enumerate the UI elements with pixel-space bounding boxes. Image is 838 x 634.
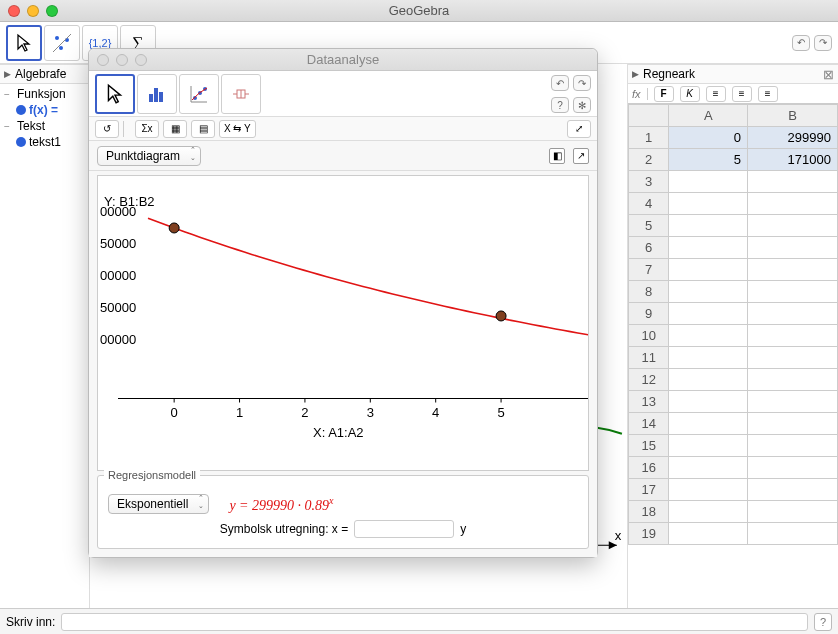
symbolic-x-input[interactable] xyxy=(354,520,454,538)
cell[interactable] xyxy=(748,303,838,325)
cell[interactable] xyxy=(669,259,748,281)
cell[interactable] xyxy=(748,413,838,435)
da-settings-button[interactable]: ✻ xyxy=(573,97,591,113)
cell[interactable] xyxy=(748,215,838,237)
table-row[interactable]: 17 xyxy=(629,479,838,501)
row-header[interactable]: 17 xyxy=(629,479,669,501)
table-row[interactable]: 13 xyxy=(629,391,838,413)
row-header[interactable]: 14 xyxy=(629,413,669,435)
cell[interactable] xyxy=(748,369,838,391)
table-row[interactable]: 7 xyxy=(629,259,838,281)
row-header[interactable]: 8 xyxy=(629,281,669,303)
da-tool-histogram[interactable] xyxy=(137,74,177,114)
row-header[interactable]: 9 xyxy=(629,303,669,325)
da-help-button[interactable]: ? xyxy=(551,97,569,113)
cell[interactable] xyxy=(669,391,748,413)
cell[interactable] xyxy=(748,281,838,303)
row-header[interactable]: 10 xyxy=(629,325,669,347)
row-header[interactable]: 6 xyxy=(629,237,669,259)
cell[interactable] xyxy=(669,523,748,545)
tree-group-funksjon[interactable]: − Funksjon xyxy=(0,86,89,102)
da-tool-pointer[interactable] xyxy=(95,74,135,114)
da-minimize-button[interactable] xyxy=(116,54,128,66)
visibility-dot-icon[interactable] xyxy=(16,105,26,115)
col-header-a[interactable]: A xyxy=(669,105,748,127)
cell[interactable] xyxy=(669,435,748,457)
da-redo-button[interactable]: ↷ xyxy=(573,75,591,91)
redo-button[interactable]: ↷ xyxy=(814,35,832,51)
cell[interactable] xyxy=(669,369,748,391)
export-image-button[interactable]: ◧ xyxy=(549,148,565,164)
sigma-button[interactable]: Σx xyxy=(135,120,159,138)
cell[interactable] xyxy=(669,413,748,435)
dock-button[interactable]: ⤢ xyxy=(567,120,591,138)
row-header[interactable]: 1 xyxy=(629,127,669,149)
visibility-dot-icon[interactable] xyxy=(16,137,26,147)
align-center-button[interactable]: ≡ xyxy=(732,86,752,102)
cell[interactable] xyxy=(669,501,748,523)
tree-item-tekst1[interactable]: tekst1 xyxy=(0,134,89,150)
row-header[interactable]: 18 xyxy=(629,501,669,523)
row-header[interactable]: 16 xyxy=(629,457,669,479)
cell[interactable]: 171000 xyxy=(748,149,838,171)
cell[interactable]: 299990 xyxy=(748,127,838,149)
cell[interactable] xyxy=(748,259,838,281)
table-row[interactable]: 12 xyxy=(629,369,838,391)
table-row[interactable]: 5 xyxy=(629,215,838,237)
spreadsheet-grid[interactable]: A B 102999902517100034567891011121314151… xyxy=(628,104,838,608)
table-row[interactable]: 14 xyxy=(629,413,838,435)
cell[interactable] xyxy=(669,215,748,237)
grid-toggle-button[interactable]: ▦ xyxy=(163,120,187,138)
italic-button[interactable]: K xyxy=(680,86,700,102)
cell[interactable] xyxy=(669,171,748,193)
table-row[interactable]: 3 xyxy=(629,171,838,193)
row-header[interactable]: 11 xyxy=(629,347,669,369)
panel-close-button[interactable]: ⊠ xyxy=(823,67,834,82)
window-zoom-button[interactable] xyxy=(46,5,58,17)
da-undo-button[interactable]: ↶ xyxy=(551,75,569,91)
bold-button[interactable]: F xyxy=(654,86,674,102)
table-row[interactable]: 10299990 xyxy=(629,127,838,149)
tree-group-tekst[interactable]: − Tekst xyxy=(0,118,89,134)
cell[interactable] xyxy=(669,281,748,303)
cell[interactable] xyxy=(669,479,748,501)
cell[interactable] xyxy=(748,325,838,347)
cell[interactable] xyxy=(748,391,838,413)
da-tool-scatter[interactable] xyxy=(179,74,219,114)
cell[interactable] xyxy=(748,501,838,523)
algebra-header[interactable]: ▶ Algebrafe xyxy=(0,64,89,84)
table-row[interactable]: 4 xyxy=(629,193,838,215)
row-header[interactable]: 7 xyxy=(629,259,669,281)
cell[interactable] xyxy=(669,193,748,215)
table-row[interactable]: 16 xyxy=(629,457,838,479)
table-row[interactable]: 10 xyxy=(629,325,838,347)
align-right-button[interactable]: ≡ xyxy=(758,86,778,102)
window-minimize-button[interactable] xyxy=(27,5,39,17)
row-header[interactable]: 3 xyxy=(629,171,669,193)
regression-model-select[interactable]: Eksponentiell xyxy=(108,494,209,514)
cell[interactable]: 0 xyxy=(669,127,748,149)
cell[interactable]: 5 xyxy=(669,149,748,171)
cell[interactable] xyxy=(669,457,748,479)
table-row[interactable]: 25171000 xyxy=(629,149,838,171)
table-row[interactable]: 6 xyxy=(629,237,838,259)
undo-button[interactable]: ↶ xyxy=(792,35,810,51)
table-row[interactable]: 8 xyxy=(629,281,838,303)
table-row[interactable]: 11 xyxy=(629,347,838,369)
help-button[interactable]: ? xyxy=(814,613,832,631)
row-header[interactable]: 15 xyxy=(629,435,669,457)
chart-area[interactable]: Y: B1:B20000050000000005000000000012345X… xyxy=(97,175,589,471)
row-header[interactable]: 19 xyxy=(629,523,669,545)
tree-item-fx[interactable]: f(x) = xyxy=(0,102,89,118)
cell[interactable] xyxy=(748,523,838,545)
window-close-button[interactable] xyxy=(8,5,20,17)
cell[interactable] xyxy=(669,347,748,369)
row-header[interactable]: 4 xyxy=(629,193,669,215)
cell[interactable] xyxy=(669,237,748,259)
cell[interactable] xyxy=(748,193,838,215)
table-row[interactable]: 9 xyxy=(629,303,838,325)
tool-points[interactable] xyxy=(44,25,80,61)
cell[interactable] xyxy=(669,303,748,325)
cell[interactable] xyxy=(669,325,748,347)
tool-pointer[interactable] xyxy=(6,25,42,61)
